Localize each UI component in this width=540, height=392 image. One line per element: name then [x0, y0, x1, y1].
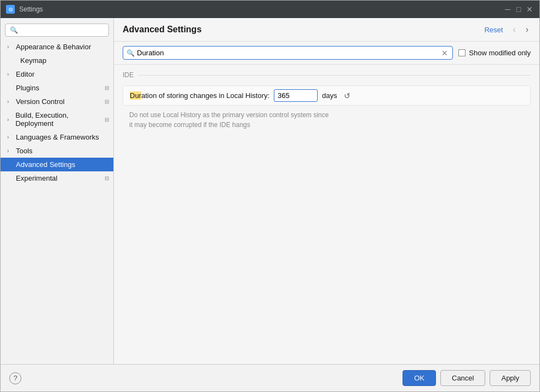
hint-line2: it may become corrupted if the IDE hangs	[129, 120, 524, 130]
settings-window: ⚙ Settings ─ □ ✕ › Appearance & Behavior…	[0, 0, 540, 392]
reset-field-button[interactable]: ↺	[342, 91, 353, 100]
expand-icon: ⊟	[105, 175, 109, 181]
help-button[interactable]: ?	[9, 372, 21, 384]
sidebar-item-languages[interactable]: › Languages & Frameworks	[1, 130, 113, 144]
window-controls: ─ □ ✕	[503, 5, 534, 14]
setting-hint: Do not use Local History as the primary …	[123, 108, 531, 134]
show-modified-checkbox[interactable]	[458, 49, 466, 56]
sidebar-item-label: Advanced Settings	[16, 160, 75, 169]
sidebar-item-editor[interactable]: › Editor	[1, 67, 113, 81]
back-button[interactable]: ‹	[510, 24, 518, 36]
sidebar-item-label: Keymap	[20, 56, 47, 65]
sidebar-item-version-control[interactable]: › Version Control ⊟	[1, 95, 113, 108]
sidebar-item-build[interactable]: › Build, Execution, Deployment ⊟	[1, 108, 113, 130]
sidebar-item-label: Languages & Frameworks	[16, 133, 99, 141]
content-area: › Appearance & Behavior Keymap › Editor …	[1, 18, 539, 364]
show-modified-container: Show modified only	[458, 49, 531, 57]
search-icon: 🔍	[127, 49, 135, 57]
minimize-button[interactable]: ─	[503, 5, 512, 14]
clear-filter-icon[interactable]: ✕	[440, 49, 449, 57]
cancel-button[interactable]: Cancel	[440, 370, 485, 386]
reset-button[interactable]: Reset	[482, 25, 505, 35]
duration-setting-row: Duration of storing changes in Local His…	[123, 85, 531, 106]
title-bar: ⚙ Settings ─ □ ✕	[1, 1, 539, 18]
expand-icon: ⊟	[105, 99, 109, 105]
sidebar: › Appearance & Behavior Keymap › Editor …	[1, 18, 114, 364]
duration-input[interactable]	[274, 89, 318, 102]
hint-line1: Do not use Local History as the primary …	[129, 110, 524, 120]
sidebar-item-appearance[interactable]: › Appearance & Behavior	[1, 40, 113, 54]
filter-input[interactable]	[137, 47, 440, 59]
chevron-icon: ›	[7, 134, 14, 140]
show-modified-label[interactable]: Show modified only	[469, 49, 531, 57]
expand-icon: ⊟	[105, 117, 109, 123]
sidebar-item-label: Experimental	[16, 174, 58, 182]
sidebar-search-input[interactable]	[5, 24, 109, 37]
apply-button[interactable]: Apply	[490, 370, 531, 386]
sidebar-item-plugins[interactable]: Plugins ⊟	[1, 81, 113, 95]
sidebar-item-advanced-settings[interactable]: Advanced Settings	[1, 158, 113, 171]
window-title: Settings	[19, 5, 499, 13]
main-header: Advanced Settings Reset ‹ ›	[114, 18, 539, 42]
sidebar-item-experimental[interactable]: Experimental ⊟	[1, 171, 113, 185]
filter-bar: 🔍 ✕ Show modified only	[114, 42, 539, 65]
close-button[interactable]: ✕	[525, 5, 534, 14]
app-icon: ⚙	[6, 5, 15, 14]
sidebar-item-label: Version Control	[16, 97, 65, 106]
sidebar-item-label: Plugins	[16, 84, 39, 92]
section-divider	[138, 75, 531, 76]
chevron-icon: ›	[7, 117, 13, 123]
duration-label: Duration of storing changes in Local His…	[130, 91, 269, 100]
ok-button[interactable]: OK	[403, 370, 436, 386]
ide-section-header: IDE	[123, 71, 531, 79]
chevron-icon: ›	[7, 44, 14, 50]
forward-button[interactable]: ›	[524, 24, 531, 36]
duration-unit: days	[322, 91, 337, 100]
expand-icon: ⊟	[105, 85, 109, 91]
sidebar-item-label: Editor	[16, 70, 35, 78]
highlight-dur: Dur	[130, 91, 141, 100]
sidebar-search-container	[1, 20, 113, 40]
main-panel: Advanced Settings Reset ‹ › 🔍 ✕ Show mod…	[114, 18, 539, 364]
footer: ? OK Cancel Apply	[1, 364, 539, 391]
main-content: IDE Duration of storing changes in Local…	[114, 65, 539, 364]
section-title-ide: IDE	[123, 71, 134, 79]
chevron-icon: ›	[7, 99, 14, 105]
chevron-icon: ›	[7, 148, 14, 154]
sidebar-item-label: Appearance & Behavior	[16, 43, 91, 51]
sidebar-item-tools[interactable]: › Tools	[1, 144, 113, 158]
sidebar-item-label: Build, Execution, Deployment	[15, 111, 102, 128]
maximize-button[interactable]: □	[514, 5, 523, 14]
footer-buttons: OK Cancel Apply	[403, 370, 531, 386]
sidebar-item-label: Tools	[16, 147, 32, 155]
sidebar-item-keymap[interactable]: Keymap	[1, 54, 113, 67]
chevron-icon: ›	[7, 71, 14, 77]
filter-input-container: 🔍 ✕	[123, 46, 453, 60]
page-title: Advanced Settings	[123, 25, 476, 34]
